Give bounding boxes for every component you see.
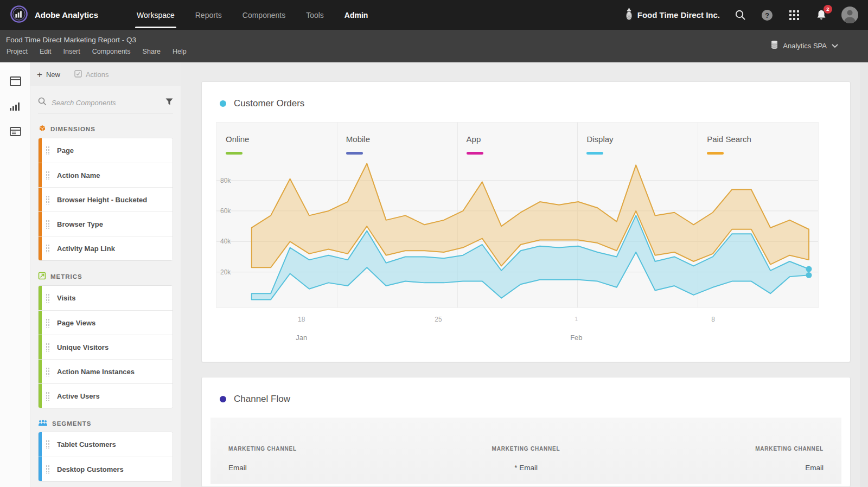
rail-components-table-icon[interactable] [0,119,30,144]
flow-channel-value[interactable]: Email [625,464,824,472]
project-menu-item[interactable]: Edit [34,48,58,55]
legend-color-swatch [346,152,363,155]
flow-column: MARKETING CHANNEL Email [625,446,824,484]
flow-channel-value[interactable]: Email [228,464,427,472]
svg-text:?: ? [765,11,769,19]
dimension-item[interactable]: Page [39,138,173,163]
metric-color-rail [39,286,42,310]
visualization-dot-icon[interactable] [220,396,226,402]
report-suite-name: Analytics SPA [783,42,827,50]
y-axis-tick-label: 80k [220,177,231,184]
top-nav-item[interactable]: Reports [185,0,232,30]
dimension-item[interactable]: Browser Type [39,212,173,236]
legend-color-swatch [467,152,483,155]
metric-item[interactable]: Page Views [39,310,173,335]
rail-visualizations-icon[interactable] [0,94,30,119]
project-menu: ProjectEditInsertComponentsShareHelp [0,44,868,55]
dimension-item[interactable]: Browser Height - Bucketed [39,187,173,212]
project-menu-item[interactable]: Components [86,48,137,55]
legend-item[interactable]: Display [577,123,698,172]
drag-handle[interactable] [46,171,49,180]
top-nav-item[interactable]: Workspace [126,0,185,30]
metric-color-rail [39,335,42,359]
drag-handle[interactable] [46,440,49,449]
customer-orders-chart[interactable]: Online Mobile App Display Paid S [216,122,819,308]
x-axis-tick-label: 1 [575,316,578,322]
actions-button[interactable]: Actions [74,70,109,79]
dimensions-section-header[interactable]: DIMENSIONS [38,124,173,133]
new-component-button[interactable]: + New [37,70,60,79]
visualization-dot-icon[interactable] [220,100,226,107]
legend-item[interactable]: Paid Search [698,123,818,172]
drag-handle[interactable] [46,318,49,328]
components-sidebar: + New Actions [30,62,181,487]
dimension-item[interactable]: Activity Map Link [39,236,173,260]
search-icon[interactable] [733,8,747,22]
dimension-color-rail [39,236,42,260]
dimension-color-rail [39,138,42,163]
drag-handle[interactable] [46,293,49,303]
project-menu-item[interactable]: Share [137,48,167,55]
user-avatar[interactable] [841,7,858,23]
drag-handle[interactable] [46,343,49,352]
scrollbar-track[interactable] [860,62,868,487]
metric-item[interactable]: Action Name Instances [39,359,173,383]
drag-handle[interactable] [46,244,49,253]
drag-handle[interactable] [46,367,49,376]
report-suite-selector[interactable]: Analytics SPA [771,40,838,51]
rail-panels-icon[interactable] [0,69,30,94]
project-menu-item[interactable]: Project [1,48,34,55]
plus-icon: + [37,70,42,79]
customer-orders-panel: Customer Orders Online Mobile [201,81,851,362]
top-nav-item[interactable]: Admin [334,0,379,30]
chart-legend: Online Mobile App Display Paid S [216,123,818,172]
search-components-input[interactable] [52,99,161,107]
dimension-color-rail [39,212,42,236]
segment-color-rail [39,457,42,481]
legend-item[interactable]: Online [216,123,337,172]
flow-column-header: MARKETING CHANNEL [427,446,626,452]
flow-channel-value[interactable]: * Email [427,464,626,472]
legend-item[interactable]: App [457,123,578,172]
drag-handle[interactable] [46,146,49,155]
project-menu-item[interactable]: Help [167,48,193,55]
primary-nav: WorkspaceReportsComponentsToolsAdmin [126,0,378,30]
segment-item[interactable]: Desktop Customers [39,457,173,481]
filter-funnel-icon[interactable] [165,98,173,107]
metric-item[interactable]: Unique Visitors [39,335,173,359]
channel-flow-visualization[interactable]: MARKETING CHANNEL Email MARKETING CHANNE… [210,418,841,484]
top-nav-item[interactable]: Tools [296,0,334,30]
metric-color-rail [39,311,42,335]
component-search [38,97,173,113]
search-icon [38,97,47,108]
dimension-icon [38,124,46,133]
segments-people-icon [38,419,48,427]
app-grid-icon[interactable] [787,8,801,22]
help-icon[interactable]: ? [760,8,774,22]
drag-handle[interactable] [46,392,49,401]
x-axis-tick-label: 18 [298,316,305,323]
top-nav-item[interactable]: Components [232,0,296,30]
drag-handle[interactable] [46,220,49,229]
dimension-color-rail [39,188,42,212]
metric-item[interactable]: Active Users [39,383,173,408]
dimension-item[interactable]: Action Name [39,163,173,187]
flow-column: MARKETING CHANNEL Email [228,446,427,484]
channel-flow-header: Channel Flow [202,377,850,405]
workspace-canvas: Customer Orders Online Mobile [181,62,868,487]
metric-item[interactable]: Visits [39,286,173,310]
panel-title: Customer Orders [234,98,304,109]
project-menu-item[interactable]: Insert [57,48,86,55]
dimension-color-rail [39,163,42,187]
brand: Adobe Analytics [10,5,98,25]
metric-color-rail [39,384,42,408]
drag-handle[interactable] [46,195,49,204]
metric-icon [38,272,46,281]
segments-section-header[interactable]: SEGMENTS [38,419,173,427]
drag-handle[interactable] [46,465,49,474]
metrics-section-header[interactable]: METRICS [38,272,173,281]
company-switcher[interactable]: Food Time Direct Inc. [625,8,720,22]
notifications-bell-icon[interactable]: 2 [814,8,828,22]
segment-item[interactable]: Tablet Customers [39,432,173,457]
legend-item[interactable]: Mobile [337,123,457,172]
